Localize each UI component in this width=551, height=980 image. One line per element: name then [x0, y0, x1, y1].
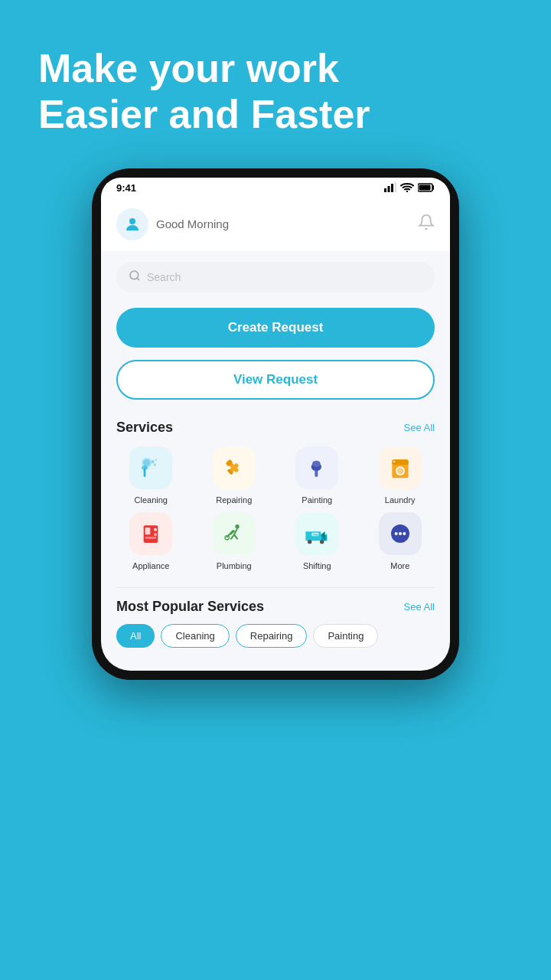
plumbing-label: Plumbing: [217, 561, 252, 570]
more-label: More: [390, 561, 409, 570]
cleaning-label: Cleaning: [135, 495, 168, 505]
service-grid: Cleaning Repairing: [101, 442, 450, 575]
filter-tab-cleaning[interactable]: Cleaning: [161, 624, 229, 648]
app-screen: Good Morning Search Create Request View …: [101, 198, 450, 671]
services-title: Services: [116, 420, 173, 436]
popular-title: Most Popular Services: [116, 599, 264, 615]
wifi-icon: [400, 182, 414, 194]
hero-title-line1: Make your work: [38, 46, 339, 90]
status-icons: [384, 182, 435, 194]
shifting-label: Shifting: [303, 561, 331, 570]
header-left: Good Morning: [116, 208, 229, 240]
service-item-painting[interactable]: Painting: [279, 446, 355, 505]
repairing-label: Repairing: [216, 495, 252, 505]
status-time: 9:41: [116, 182, 136, 194]
svg-point-10: [143, 459, 150, 466]
services-section-header: Services See All: [101, 407, 450, 442]
popular-see-all[interactable]: See All: [404, 601, 435, 612]
svg-rect-3: [395, 182, 397, 192]
repairing-icon-bg: [213, 446, 256, 489]
search-icon: [129, 270, 141, 285]
svg-rect-2: [391, 184, 393, 192]
service-item-more[interactable]: More: [363, 512, 439, 570]
svg-point-8: [130, 271, 139, 279]
hero-section: Make your work Easier and Faster: [0, 0, 551, 161]
popular-section: Most Popular Services See All All Cleani…: [101, 588, 450, 655]
svg-point-15: [154, 463, 156, 466]
search-placeholder-text: Search: [147, 271, 181, 283]
service-item-laundry[interactable]: Laundry: [363, 446, 439, 505]
popular-header: Most Popular Services See All: [116, 599, 435, 615]
laundry-label: Laundry: [385, 495, 416, 505]
battery-icon: [418, 182, 435, 194]
painting-icon-bg: [295, 446, 338, 489]
bell-icon[interactable]: [418, 214, 435, 234]
view-request-button[interactable]: View Request: [116, 360, 435, 400]
greeting-text: Good Morning: [156, 217, 229, 230]
filter-tab-all[interactable]: All: [116, 624, 155, 648]
filter-tab-repairing[interactable]: Repairing: [236, 624, 308, 648]
app-header: Good Morning: [101, 198, 450, 251]
svg-rect-6: [419, 185, 431, 190]
more-icon-bg: [379, 512, 422, 555]
svg-rect-29: [145, 528, 151, 534]
painting-label: Painting: [302, 495, 332, 505]
search-bar[interactable]: Search: [116, 262, 435, 292]
phone-mockup: 9:41 Good Morning: [92, 168, 459, 680]
svg-point-41: [308, 540, 311, 544]
svg-point-26: [397, 468, 403, 474]
services-see-all[interactable]: See All: [404, 422, 435, 433]
svg-line-36: [234, 534, 237, 538]
filter-tab-painting[interactable]: Painting: [313, 624, 378, 648]
svg-point-13: [152, 460, 155, 463]
svg-point-47: [399, 532, 402, 535]
create-request-button[interactable]: Create Request: [116, 308, 435, 348]
svg-rect-0: [384, 188, 386, 192]
svg-point-4: [406, 190, 408, 191]
laundry-icon-bg: [379, 446, 422, 489]
svg-point-22: [312, 460, 321, 466]
service-item-appliance[interactable]: Appliance: [113, 512, 189, 570]
svg-point-46: [394, 532, 397, 535]
svg-point-48: [403, 532, 406, 535]
svg-point-7: [129, 218, 135, 224]
service-item-repairing[interactable]: Repairing: [197, 446, 272, 505]
shifting-icon-bg: FREE: [295, 512, 338, 555]
svg-point-30: [154, 528, 157, 531]
svg-rect-1: [388, 186, 390, 192]
svg-rect-32: [145, 537, 157, 539]
plumbing-icon-bg: [213, 512, 256, 555]
status-bar: 9:41: [101, 178, 450, 198]
appliance-label: Appliance: [132, 561, 169, 570]
service-item-plumbing[interactable]: Plumbing: [197, 512, 272, 570]
avatar: [116, 208, 148, 240]
hero-title-line2: Easier and Faster: [38, 92, 370, 136]
appliance-icon-bg: [129, 512, 172, 555]
svg-point-14: [155, 459, 158, 461]
svg-text:FREE: FREE: [313, 533, 321, 536]
svg-point-31: [154, 533, 157, 536]
svg-point-12: [142, 466, 148, 469]
signal-icon: [384, 182, 396, 194]
svg-point-27: [393, 460, 395, 462]
service-item-cleaning[interactable]: Cleaning: [113, 446, 189, 505]
svg-point-42: [320, 540, 324, 544]
hero-title: Make your work Easier and Faster: [38, 46, 513, 138]
cleaning-icon-bg: [129, 446, 172, 489]
service-item-shifting[interactable]: FREE Shifting: [279, 512, 355, 570]
filter-tabs: All Cleaning Repairing Painting: [116, 624, 435, 648]
